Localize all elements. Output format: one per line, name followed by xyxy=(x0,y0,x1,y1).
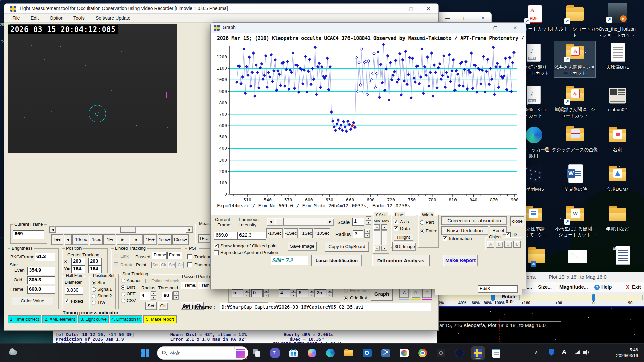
desktop-icon-edge[interactable] xyxy=(524,126,543,145)
search-box[interactable]: 検索 ✦ ✦ xyxy=(157,346,248,360)
menu-item-software-update[interactable]: Software Update xyxy=(96,15,130,21)
video-frame[interactable]: 2026 03 15 20:04:12:085 xyxy=(8,24,177,153)
starchart-plot[interactable]: ar 15, 216 Kleopatra, Plot 18' x 18', to… xyxy=(435,306,644,343)
playback-minus10sec-button[interactable]: -10sec xyxy=(72,234,88,245)
width-part-radio[interactable] xyxy=(420,220,424,225)
spinner-value[interactable]: 5 xyxy=(232,289,243,297)
object-button-b[interactable]: B xyxy=(496,241,503,248)
hilight-button[interactable]: Hilight xyxy=(394,234,413,241)
network-icon[interactable] xyxy=(574,350,580,354)
half-flux-value[interactable]: 3.830 xyxy=(65,287,83,295)
spinner-stepper[interactable]: ▲▼ xyxy=(309,289,315,297)
playback-plus1sec-button[interactable]: 1sec+ xyxy=(158,234,172,245)
playback-play-button[interactable]: ▶ xyxy=(116,234,129,245)
gw-radius-value[interactable]: 3 xyxy=(353,230,363,238)
position-x-tracking[interactable]: 203 xyxy=(88,258,102,265)
yaxis-max-up-icon[interactable]: ▲ xyxy=(381,224,387,230)
information-checkbox[interactable] xyxy=(443,236,447,241)
yaxis-max-track[interactable] xyxy=(381,230,387,245)
chart-panel[interactable]: 2026 Mar 15; (216) Kleopatra occults UCA… xyxy=(211,33,526,215)
frame2-field[interactable]: Frame2 xyxy=(167,252,182,259)
playback-start-button[interactable]: |◀◀ xyxy=(51,234,63,245)
taskbar-icon-planet[interactable] xyxy=(453,346,466,360)
clr-button[interactable]: Clr xyxy=(158,302,168,310)
scroll-left-icon[interactable]: ◀ xyxy=(267,218,274,225)
menu-item-help[interactable]: Help xyxy=(601,284,612,290)
menu-item-tools[interactable]: Tools xyxy=(73,15,85,21)
yaxis-min-track[interactable] xyxy=(374,230,380,245)
taskbar-icon-copilot[interactable] xyxy=(305,346,319,360)
width-entire-radio[interactable] xyxy=(420,229,424,233)
menu-item-option[interactable]: Option xyxy=(50,15,63,21)
scrollbar-thumb[interactable] xyxy=(275,218,284,225)
zoom-slider-thumb[interactable] xyxy=(491,294,495,301)
playback-plus1fr-button[interactable]: 1Fr+ xyxy=(143,234,157,245)
3d-image-button[interactable]: [3D] Image xyxy=(392,242,416,251)
position-set-radio-star[interactable] xyxy=(92,281,96,285)
frame-value[interactable]: 660.0 xyxy=(27,286,55,294)
avi-filename-field[interactable]: D:¥SharpCap Captures¥2026-03-16¥Capture¥… xyxy=(220,303,431,311)
playback-minus1fr-button[interactable]: -1Fr xyxy=(103,234,115,245)
reset-button[interactable]: Reset xyxy=(490,226,507,235)
position-set-radio-tivi[interactable] xyxy=(92,301,96,305)
radius-value[interactable]: 4 xyxy=(140,292,150,300)
tray-shield-icon[interactable] xyxy=(549,349,554,356)
timing-step-button[interactable]: 3. Light curve xyxy=(78,315,109,323)
clr-button[interactable]: Clr xyxy=(177,262,184,268)
spinner-stepper[interactable]: ▲▼ xyxy=(263,289,269,297)
current-frame-value[interactable]: 669 xyxy=(13,230,44,239)
desktop-icon-writer[interactable]: ≋ xyxy=(613,246,632,265)
taskbar-icon-store[interactable] xyxy=(287,346,300,360)
ime-indicator[interactable]: A xyxy=(562,349,566,355)
scroll-left-icon[interactable]: ◀ xyxy=(49,227,56,233)
scrollbar-thumb[interactable] xyxy=(120,227,136,233)
maximize-icon[interactable]: ▢ xyxy=(404,4,418,13)
lunar-identification-button[interactable]: Lunar Identification xyxy=(311,255,362,266)
frame1-field[interactable]: Frame1 xyxy=(152,252,167,259)
sec-step-button[interactable]: +10Sec xyxy=(314,228,330,238)
copy-clipboard-button[interactable]: Copy to ClipBoard xyxy=(325,242,369,252)
estimated-track-checkbox[interactable] xyxy=(145,279,150,283)
set-button[interactable]: Set xyxy=(151,262,159,268)
spinner-value[interactable]: 25 xyxy=(315,289,326,297)
show-image-checkbox[interactable] xyxy=(214,244,219,248)
minimize-icon[interactable]: — xyxy=(635,273,640,279)
star-tracking-radio-anchor[interactable] xyxy=(121,279,125,283)
even-value[interactable]: 354.9 xyxy=(27,267,55,275)
desktop-icon-folder-doc[interactable] xyxy=(524,205,543,224)
taskbar-icon-outlook[interactable] xyxy=(361,346,374,360)
set-button[interactable]: Set xyxy=(168,262,176,268)
desktop-icon-folder-badge[interactable]: ✉ xyxy=(527,247,546,265)
correction-absorption-button[interactable]: Correction for absorption xyxy=(441,216,507,225)
edit3-field[interactable]: Edit3 xyxy=(478,285,518,293)
diffraction-analysis-button[interactable]: Diffraction Analysis xyxy=(372,255,430,266)
minimize-icon[interactable]: — xyxy=(385,4,399,13)
menu-item-fragment[interactable]: .... xyxy=(527,284,532,290)
rotate-slider-thumb[interactable] xyxy=(592,294,595,301)
object-button-a[interactable]: A xyxy=(487,241,494,248)
odd-first-radio[interactable] xyxy=(344,296,348,300)
zoom-slider[interactable] xyxy=(438,295,498,300)
spinner-stepper[interactable]: ▲▼ xyxy=(291,289,297,297)
spinner-value[interactable]: 6 xyxy=(297,289,308,297)
radius-stepper[interactable]: ▲▼ xyxy=(151,291,156,300)
weather-icon[interactable] xyxy=(7,348,19,356)
menu-item-edit[interactable]: Edit xyxy=(31,15,39,21)
save-image-button[interactable]: Save Image xyxy=(288,242,317,251)
gw-radius-stepper[interactable]: ▲▼ xyxy=(364,229,370,238)
desktop-icon-envelope[interactable] xyxy=(568,248,586,267)
color-value-button[interactable]: Color Value xyxy=(12,297,53,305)
speaker-icon[interactable] xyxy=(583,350,589,355)
id-checkbox[interactable] xyxy=(506,232,511,237)
graph-titlebar[interactable]: Graph — ▢ ✕ xyxy=(211,23,526,33)
desktop-icon-folder-pdf[interactable]: ♨↗ xyxy=(566,43,584,62)
maximize-icon[interactable]: ▢ xyxy=(459,14,472,22)
rotate-checkbox[interactable] xyxy=(114,262,118,267)
desktop-icon-folder[interactable]: ↗ xyxy=(566,5,584,23)
desktop-icon-pdf[interactable]: ♨PDF↗ xyxy=(526,5,544,23)
spinner-value[interactable]: 4 xyxy=(279,289,290,297)
star-tracking-radio-drift[interactable] xyxy=(121,285,125,290)
passed-frame1-field[interactable]: Frame1 xyxy=(181,282,196,289)
start-button[interactable] xyxy=(139,346,152,360)
position-set-radio-signal1[interactable] xyxy=(92,287,96,292)
